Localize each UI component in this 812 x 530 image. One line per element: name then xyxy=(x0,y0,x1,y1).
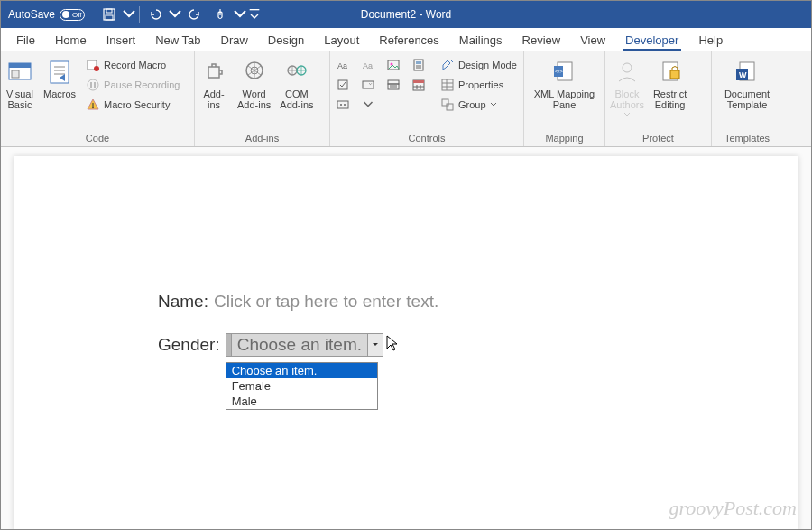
combobox-control[interactable] xyxy=(355,75,381,95)
autosave-label: AutoSave xyxy=(8,8,55,21)
pause-recording-button: Pause Recording xyxy=(80,75,185,95)
toggle-switch[interactable]: Off xyxy=(60,9,85,21)
tab-references[interactable]: References xyxy=(369,30,448,51)
tab-help[interactable]: Help xyxy=(688,30,733,51)
svg-point-53 xyxy=(623,63,632,72)
macros-button[interactable]: Macros xyxy=(39,55,80,102)
label: Record Macro xyxy=(104,60,166,70)
svg-text:</>: </> xyxy=(555,69,563,74)
name-placeholder[interactable]: Click or tap here to enter text. xyxy=(214,292,438,311)
svg-point-25 xyxy=(340,104,342,106)
macro-security-button[interactable]: Macro Security xyxy=(80,95,185,115)
pause-icon xyxy=(86,78,100,92)
dropdown-item[interactable]: Choose an item. xyxy=(226,363,377,378)
svg-rect-32 xyxy=(388,84,399,89)
title-bar: AutoSave Off Document2 - Word xyxy=(1,1,811,28)
dropdown-list[interactable]: Choose an item. Female Male xyxy=(226,362,378,410)
save-button[interactable] xyxy=(97,4,121,25)
restrict-editing-button[interactable]: Restrict Editing xyxy=(649,55,691,113)
name-label: Name: xyxy=(158,292,208,311)
group-label: Mapping xyxy=(524,131,604,146)
chevron-down-icon xyxy=(490,101,497,108)
tab-review[interactable]: Review xyxy=(512,30,571,51)
visual-basic-button[interactable]: Visual Basic xyxy=(1,55,39,113)
svg-rect-14 xyxy=(90,82,92,88)
xml-mapping-button[interactable]: </> XML Mapping Pane xyxy=(530,55,599,113)
tab-draw[interactable]: Draw xyxy=(211,30,258,51)
spacer xyxy=(381,95,406,115)
restrict-editing-icon xyxy=(656,58,685,87)
com-addins-icon xyxy=(282,58,311,87)
ribbon-group-templates: W Document Template Templates xyxy=(712,51,782,146)
properties-button[interactable]: Properties xyxy=(435,75,522,95)
tab-file[interactable]: File xyxy=(6,30,45,51)
tab-design[interactable]: Design xyxy=(258,30,314,51)
group-button[interactable]: Group xyxy=(435,95,522,115)
svg-rect-40 xyxy=(413,80,424,83)
tab-insert[interactable]: Insert xyxy=(97,30,146,51)
autosave-toggle[interactable]: AutoSave Off xyxy=(1,8,92,21)
redo-button[interactable] xyxy=(183,4,207,25)
label: Macros xyxy=(43,88,76,99)
date-picker-control[interactable] xyxy=(406,75,431,95)
qat-customize[interactable] xyxy=(248,4,261,25)
building-block-control[interactable] xyxy=(406,55,431,75)
undo-dropdown[interactable] xyxy=(169,4,181,25)
tab-view[interactable]: View xyxy=(570,30,615,51)
ribbon-group-controls: Aa Aa xyxy=(330,51,524,146)
ribbon-group-addins: Add- ins Word Add-ins COM Add-ins Add-in… xyxy=(195,51,330,146)
tab-layout[interactable]: Layout xyxy=(314,30,369,51)
document-page[interactable]: Name: Click or tap here to enter text. G… xyxy=(14,156,798,530)
tab-home[interactable]: Home xyxy=(45,30,97,51)
macros-icon xyxy=(45,58,74,87)
document-template-button[interactable]: W Document Template xyxy=(720,55,774,113)
tab-newtab[interactable]: New Tab xyxy=(145,30,210,51)
dropdown-arrow-button[interactable] xyxy=(367,334,383,356)
undo-button[interactable] xyxy=(143,4,167,25)
svg-point-12 xyxy=(94,66,99,71)
label: Block Authors xyxy=(610,88,644,110)
dropdown-box[interactable]: Choose an item. xyxy=(226,333,383,357)
dropdown-item[interactable]: Female xyxy=(226,378,377,394)
touch-dropdown[interactable] xyxy=(234,4,246,25)
watermark: groovyPost.com xyxy=(669,497,797,520)
gender-field-row: Gender: Choose an item. Choose an item. … xyxy=(158,333,798,357)
tab-mailings[interactable]: Mailings xyxy=(449,30,512,51)
gender-dropdown[interactable]: Choose an item. Choose an item. Female M… xyxy=(226,333,383,357)
group-label: Protect xyxy=(605,131,711,146)
legacy-tools[interactable] xyxy=(330,95,355,115)
svg-rect-2 xyxy=(106,15,113,20)
group-label: Code xyxy=(1,131,194,146)
dropdown-control[interactable] xyxy=(381,75,406,95)
svg-rect-5 xyxy=(9,63,31,68)
com-addins-button[interactable]: COM Add-ins xyxy=(275,55,318,113)
save-dropdown[interactable] xyxy=(123,4,135,25)
picture-control[interactable] xyxy=(381,55,406,75)
label: Group xyxy=(458,99,486,110)
design-mode-button[interactable]: Design Mode xyxy=(435,55,522,75)
svg-rect-15 xyxy=(94,82,96,88)
plain-text-control[interactable]: Aa xyxy=(355,55,381,75)
svg-rect-28 xyxy=(363,81,374,88)
group-label: Add-ins xyxy=(195,131,329,146)
word-addins-icon xyxy=(240,58,269,87)
rich-text-control[interactable]: Aa xyxy=(330,55,355,75)
xml-mapping-icon: </> xyxy=(550,58,579,87)
block-authors-button[interactable]: Block Authors xyxy=(605,55,649,120)
svg-text:Aa: Aa xyxy=(363,61,373,70)
group-label: Templates xyxy=(712,131,782,146)
dropdown-item[interactable]: Male xyxy=(226,394,377,409)
mouse-cursor-icon xyxy=(386,335,401,358)
group-icon xyxy=(440,98,455,112)
tab-developer[interactable]: Developer xyxy=(615,30,688,51)
addins-button[interactable]: Add- ins xyxy=(195,55,233,113)
word-addins-button[interactable]: Word Add-ins xyxy=(233,55,275,113)
checkbox-control[interactable] xyxy=(330,75,355,95)
svg-rect-1 xyxy=(106,9,112,13)
block-authors-icon xyxy=(613,58,641,87)
legacy-dropdown[interactable] xyxy=(355,95,381,115)
toggle-knob xyxy=(62,11,69,18)
touch-mode-button[interactable] xyxy=(208,4,232,25)
record-macro-button[interactable]: Record Macro xyxy=(80,55,185,75)
svg-point-17 xyxy=(92,107,94,109)
